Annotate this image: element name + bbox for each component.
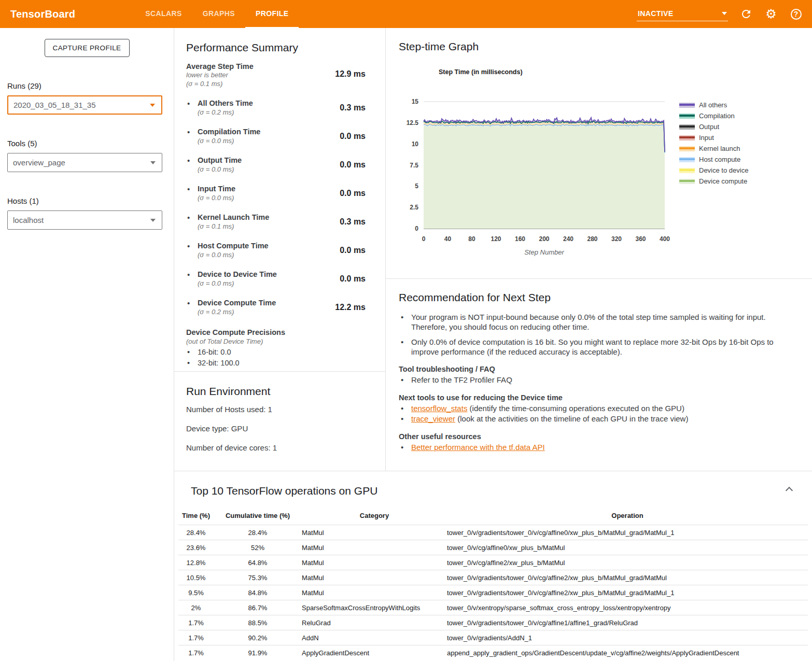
tab-scalars[interactable]: SCALARS bbox=[135, 0, 192, 28]
cell-time: 1.7% bbox=[178, 630, 214, 645]
reload-button[interactable] bbox=[739, 7, 753, 21]
hosts-select-value: localhost bbox=[13, 216, 44, 224]
cell-cumulative: 75.3% bbox=[214, 570, 302, 585]
chart-title: Step Time (in milliseconds) bbox=[439, 68, 803, 76]
metric-label: All Others Time bbox=[198, 99, 253, 107]
runs-select[interactable]: 2020_03_05_18_31_35 bbox=[7, 95, 162, 115]
help-button[interactable]: ? bbox=[789, 7, 803, 21]
metric-row: Kernel Launch Time (σ = 0.1 ms) 0.3 ms bbox=[186, 213, 366, 230]
collapse-button[interactable] bbox=[783, 483, 795, 495]
svg-text:7.5: 7.5 bbox=[410, 162, 418, 169]
next-tools-group-title: Next tools to use for reducing the Devic… bbox=[399, 393, 799, 402]
average-step-time-value: 12.9 ms bbox=[335, 69, 366, 88]
svg-text:Step Number: Step Number bbox=[524, 248, 564, 256]
capture-profile-button[interactable]: CAPTURE PROFILE bbox=[45, 39, 130, 57]
legend-label: Device compute bbox=[699, 177, 747, 185]
svg-text:320: 320 bbox=[611, 235, 622, 243]
metric-row: Host Compute Time (σ = 0.0 ms) 0.0 ms bbox=[186, 242, 366, 259]
metric-sigma: (σ = 0.0 ms) bbox=[198, 165, 242, 173]
legend-item: Device compute bbox=[679, 176, 748, 187]
svg-text:2.5: 2.5 bbox=[410, 204, 418, 211]
step-time-chart[interactable]: 02.557.51012.515040801201602002402803203… bbox=[399, 96, 672, 261]
cell-operation: tower_0/v/gradients/tower_0/v/cg/affine0… bbox=[447, 525, 808, 540]
legend-swatch bbox=[679, 114, 695, 119]
status-dropdown[interactable]: INACTIVE bbox=[637, 7, 728, 21]
legend-item: Input bbox=[679, 132, 748, 143]
nav-tabs: SCALARS GRAPHS PROFILE bbox=[135, 0, 299, 28]
legend-item: Host compute bbox=[679, 154, 748, 165]
svg-text:12.5: 12.5 bbox=[407, 119, 419, 126]
cell-cumulative: 86.7% bbox=[214, 600, 302, 615]
recommendation-bullet: Your program is NOT input-bound because … bbox=[399, 312, 799, 332]
run-environment-card: Run Environment Number of Hosts used: 1D… bbox=[174, 372, 386, 471]
svg-text:0: 0 bbox=[422, 235, 426, 243]
tab-graphs[interactable]: GRAPHS bbox=[192, 0, 245, 28]
metric-row: Input Time (σ = 0.0 ms) 0.0 ms bbox=[186, 185, 366, 202]
legend-item: Compilation bbox=[679, 110, 748, 121]
table-row: 28.4% 28.4% MatMul tower_0/v/gradients/t… bbox=[178, 525, 808, 540]
svg-text:280: 280 bbox=[587, 235, 597, 243]
toolbar: TensorBoard SCALARS GRAPHS PROFILE INACT… bbox=[0, 0, 812, 28]
metric-value: 0.0 ms bbox=[340, 160, 366, 173]
metric-value: 0.0 ms bbox=[340, 274, 366, 287]
average-step-time-sigma: (σ = 0.1 ms) bbox=[186, 80, 254, 88]
legend-label: Kernel launch bbox=[699, 145, 740, 152]
col-header-cumulative: Cumulative time (%) bbox=[214, 509, 302, 525]
top-ops-table: Time (%) Cumulative time (%) Category Op… bbox=[178, 509, 808, 660]
svg-text:400: 400 bbox=[660, 235, 670, 243]
sidebar: CAPTURE PROFILE Runs (29) 2020_03_05_18_… bbox=[0, 28, 174, 661]
tool-link[interactable]: tensorflow_stats bbox=[411, 404, 467, 413]
cell-time: 9.5% bbox=[178, 585, 214, 600]
metric-list: All Others Time (σ = 0.2 ms) 0.3 ms Comp… bbox=[186, 99, 366, 316]
cell-operation: tower_0/v/cg/affine0/xw_plus_b/MatMul bbox=[447, 540, 808, 555]
tool-link[interactable]: trace_viewer bbox=[411, 414, 455, 423]
legend-label: All others bbox=[699, 101, 727, 109]
top-ops-card: Top 10 TensorFlow operations on GPU Time… bbox=[174, 471, 812, 661]
cell-operation: tower_0/v/gradients/tower_0/v/cg/affine2… bbox=[447, 585, 808, 600]
precision-item: 16-bit: 0.0 bbox=[186, 348, 366, 356]
legend-swatch bbox=[679, 146, 695, 151]
legend-item: Device to device bbox=[679, 165, 748, 176]
metric-label: Output Time bbox=[198, 156, 242, 164]
cell-cumulative: 91.9% bbox=[214, 645, 302, 660]
run-environment-title: Run Environment bbox=[186, 385, 373, 398]
legend-swatch bbox=[679, 124, 695, 130]
cell-cumulative: 88.5% bbox=[214, 615, 302, 630]
table-row: 23.6% 52% MatMul tower_0/v/cg/affine0/xw… bbox=[178, 540, 808, 555]
help-icon: ? bbox=[791, 9, 802, 20]
legend-swatch bbox=[679, 135, 695, 140]
table-row: 10.5% 75.3% MatMul tower_0/v/gradients/t… bbox=[178, 570, 808, 585]
tab-profile[interactable]: PROFILE bbox=[245, 0, 299, 28]
step-time-graph-card: Step-time Graph Step Time (in millisecon… bbox=[386, 28, 812, 279]
legend-swatch bbox=[679, 179, 695, 184]
chevron-down-icon bbox=[150, 161, 156, 164]
cell-category: MatMul bbox=[302, 585, 447, 600]
cell-operation: tower_0/v/xentropy/sparse_softmax_cross_… bbox=[447, 600, 808, 615]
reload-icon bbox=[740, 8, 752, 20]
cell-time: 23.6% bbox=[178, 540, 214, 555]
hosts-select[interactable]: localhost bbox=[7, 210, 162, 230]
resources-items: Better performance with the tf.data API bbox=[399, 442, 799, 453]
settings-button[interactable]: ⚙ bbox=[764, 7, 778, 21]
metric-sigma: (σ = 0.0 ms) bbox=[198, 279, 277, 287]
average-step-time-note: lower is better bbox=[186, 71, 254, 79]
metric-value: 0.3 ms bbox=[340, 103, 366, 116]
svg-text:15: 15 bbox=[412, 98, 419, 105]
resource-link[interactable]: Better performance with the tf.data API bbox=[411, 443, 545, 452]
cell-time: 1.7% bbox=[178, 615, 214, 630]
tools-select[interactable]: overview_page bbox=[7, 153, 162, 172]
metric-label: Host Compute Time bbox=[198, 242, 269, 250]
cell-time: 1.7% bbox=[178, 645, 214, 660]
table-row: 9.5% 84.8% MatMul tower_0/v/gradients/to… bbox=[178, 585, 808, 600]
chevron-down-icon bbox=[722, 12, 727, 15]
cell-operation: tower_0/v/gradients/AddN_1 bbox=[447, 630, 808, 645]
metric-label: Device Compute Time bbox=[198, 299, 276, 307]
table-row: 1.7% 88.5% ReluGrad tower_0/v/gradients/… bbox=[178, 615, 808, 630]
svg-text:10: 10 bbox=[412, 140, 419, 148]
recommendation-title: Recommendation for Next Step bbox=[399, 291, 799, 304]
next-tool-item: trace_viewer (look at the activities on … bbox=[399, 414, 799, 424]
recommendation-bullets: Your program is NOT input-bound because … bbox=[399, 312, 799, 357]
table-row: 12.8% 64.8% MatMul tower_0/v/cg/affine2/… bbox=[178, 555, 808, 570]
runs-select-value: 2020_03_05_18_31_35 bbox=[13, 101, 96, 109]
cell-operation: append_apply_gradient_ops/GradientDescen… bbox=[447, 645, 808, 660]
